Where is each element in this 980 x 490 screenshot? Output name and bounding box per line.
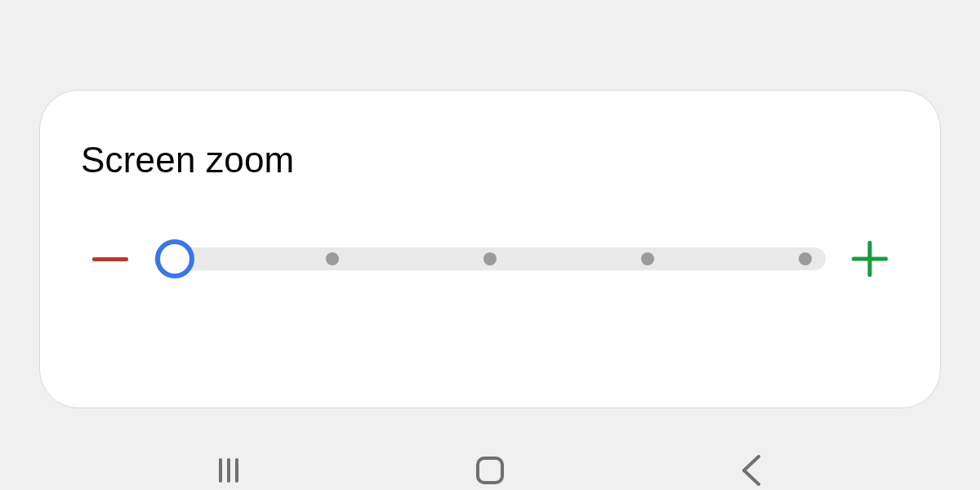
plus-icon	[852, 241, 888, 277]
card-title: Screen zoom	[81, 140, 899, 180]
screen-zoom-card: Screen zoom	[39, 90, 941, 408]
android-navbar	[0, 451, 980, 490]
home-icon	[476, 457, 504, 484]
back-icon	[739, 455, 764, 486]
zoom-slider-row	[81, 238, 899, 280]
recent-apps-icon	[219, 458, 238, 483]
nav-home-button[interactable]	[457, 451, 523, 490]
slider-thumb[interactable]	[155, 239, 194, 278]
slider-tick	[641, 252, 654, 265]
slider-tick	[483, 252, 497, 265]
zoom-decrease-button[interactable]	[89, 238, 131, 280]
slider-tick	[799, 252, 812, 265]
nav-recent-apps-button[interactable]	[196, 451, 261, 490]
minus-icon	[92, 257, 128, 261]
nav-back-button[interactable]	[719, 451, 784, 490]
zoom-increase-button[interactable]	[849, 238, 891, 280]
zoom-slider-track[interactable]	[154, 247, 826, 270]
slider-tick	[326, 252, 339, 265]
